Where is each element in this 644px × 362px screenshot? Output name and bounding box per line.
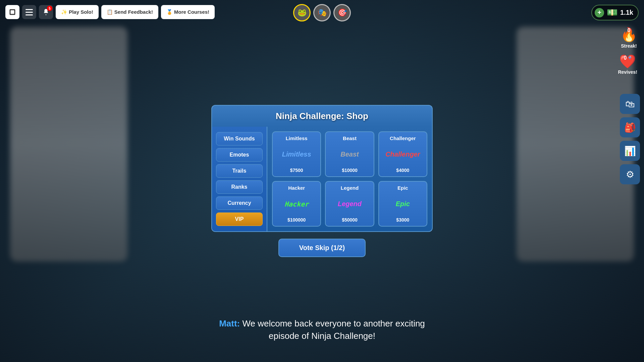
- chat-text: We welcome back everyone to another exci…: [242, 318, 425, 341]
- currency-icon: 💵: [607, 7, 618, 18]
- revives-label: Revives!: [618, 69, 637, 75]
- item-preview-challenger: Challenger: [385, 144, 420, 165]
- more-courses-button[interactable]: 🏅 More Courses!: [161, 5, 215, 19]
- item-price-challenger: $4000: [396, 168, 409, 173]
- chat-message: Matt: We welcome back everyone to anothe…: [205, 317, 439, 342]
- nav-emotes[interactable]: Emotes: [216, 148, 263, 162]
- settings-icon-button[interactable]: ⚙: [620, 164, 640, 184]
- item-price-epic: $3000: [396, 217, 409, 223]
- send-feedback-button[interactable]: 📋 Send Feedback!: [101, 5, 158, 19]
- item-title-challenger: Challenger: [390, 135, 416, 141]
- shop-item-epic[interactable]: Epic Epic $3000: [378, 181, 427, 227]
- revives-display: ❤️ 0+ Revives!: [618, 54, 637, 75]
- left-decoration: [10, 27, 127, 261]
- chat-speaker: Matt:: [219, 318, 240, 328]
- avatar-3[interactable]: 🎯: [333, 4, 351, 21]
- nav-trails[interactable]: Trails: [216, 164, 263, 178]
- notification-badge: 5: [47, 6, 52, 11]
- shop-item-legend[interactable]: Legend Legend $50000: [325, 181, 374, 227]
- shop-modal: Ninja Challenge: Shop Win Sounds Emotes …: [211, 105, 433, 257]
- currency-amount: 1.1k: [620, 9, 633, 16]
- player-avatars: 🐸 🎭 🎯: [293, 4, 351, 21]
- currency-plus-button[interactable]: +: [595, 8, 604, 17]
- right-icons: 🛍 🎒 📊 ⚙: [620, 94, 640, 184]
- avatar-2[interactable]: 🎭: [313, 4, 331, 21]
- svg-rect-1: [10, 10, 14, 14]
- shop-item-limitless[interactable]: Limitless Limitless $7500: [272, 131, 321, 177]
- notification-button[interactable]: 5: [39, 5, 53, 19]
- streak-display: 🔥 0 Streak!: [621, 27, 637, 49]
- item-title-beast: Beast: [343, 135, 357, 141]
- shop-content: Limitless Limitless $7500 Beast Beast $1…: [267, 127, 432, 231]
- shop-icon-button[interactable]: 🛍: [620, 94, 640, 114]
- shop-nav: Win Sounds Emotes Trails Ranks Currency …: [212, 127, 267, 231]
- item-title-limitless: Limitless: [286, 135, 308, 141]
- item-title-legend: Legend: [341, 185, 359, 191]
- avatar-1[interactable]: 🐸: [293, 4, 311, 21]
- item-preview-beast: Beast: [340, 144, 359, 165]
- item-price-beast: $10000: [342, 168, 358, 173]
- shop-body: Win Sounds Emotes Trails Ranks Currency …: [211, 127, 433, 232]
- right-decoration: [517, 27, 634, 261]
- shop-title: Ninja Challenge: Shop: [220, 111, 424, 121]
- nav-vip[interactable]: VIP: [216, 213, 263, 226]
- item-title-epic: Epic: [397, 185, 408, 191]
- item-price-legend: $50000: [342, 217, 358, 223]
- nav-win-sounds[interactable]: Win Sounds: [216, 132, 263, 145]
- hamburger-button[interactable]: [22, 5, 36, 19]
- item-preview-epic: Epic: [396, 193, 410, 215]
- leaderboard-icon-button[interactable]: 📊: [620, 141, 640, 161]
- streak-label: Streak!: [621, 43, 637, 49]
- item-title-hacker: Hacker: [288, 185, 305, 191]
- shop-item-hacker[interactable]: Hacker Hacker $100000: [272, 181, 321, 227]
- streak-count: 0: [628, 27, 631, 34]
- vote-skip-button[interactable]: Vote Skip (1/2): [278, 239, 366, 257]
- item-preview-hacker: Hacker: [284, 193, 309, 215]
- roblox-logo[interactable]: [5, 5, 19, 19]
- play-solo-button[interactable]: ✨ Play Solo!: [56, 5, 99, 19]
- nav-currency[interactable]: Currency: [216, 196, 263, 210]
- shop-title-bar: Ninja Challenge: Shop: [211, 105, 433, 127]
- item-preview-limitless: Limitless: [282, 144, 311, 165]
- backpack-icon-button[interactable]: 🎒: [620, 117, 640, 137]
- nav-ranks[interactable]: Ranks: [216, 180, 263, 194]
- currency-display: + 💵 1.1k: [591, 5, 639, 20]
- shop-item-beast[interactable]: Beast Beast $10000: [325, 131, 374, 177]
- item-price-limitless: $7500: [290, 168, 303, 173]
- item-preview-legend: Legend: [338, 193, 362, 215]
- revives-count: 0+: [624, 54, 631, 61]
- shop-item-challenger[interactable]: Challenger Challenger $4000: [378, 131, 427, 177]
- chat-area: Matt: We welcome back everyone to anothe…: [205, 317, 439, 342]
- item-price-hacker: $100000: [287, 217, 306, 223]
